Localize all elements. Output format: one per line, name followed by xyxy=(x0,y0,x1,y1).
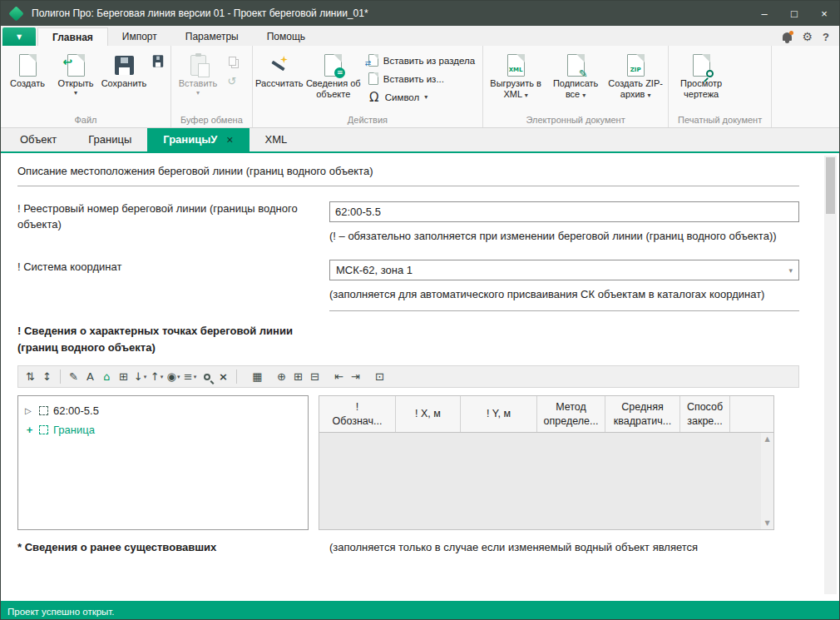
ribbon-tab-parametry[interactable]: Параметры xyxy=(171,27,253,46)
renumber-icon[interactable]: ⇅ xyxy=(22,368,38,385)
tab-content: Описание местоположения береговой линии … xyxy=(1,153,839,604)
ribbon-tab-pomoshch[interactable]: Помощь xyxy=(253,27,319,46)
reverse-order-icon[interactable]: ↕ xyxy=(39,368,55,385)
ribbon-group-edoc: XML Выгрузить в XML ▾ ✎ Подписать все ▾ … xyxy=(483,46,669,127)
first-row-icon[interactable]: ⇤ xyxy=(331,368,347,385)
previous-objects-section-label: * Сведения о ранее существовавших xyxy=(17,541,329,553)
tree-item-add-boundary[interactable]: + Граница xyxy=(25,420,301,439)
help-icon[interactable]: ? xyxy=(823,31,829,43)
last-row-icon[interactable]: ⇥ xyxy=(348,368,363,385)
notifications-bell-icon[interactable] xyxy=(783,32,792,41)
tree-expand-icon[interactable]: ▷ xyxy=(25,406,34,415)
delete-row-icon[interactable]: ⊟ xyxy=(307,368,323,385)
export-points-icon[interactable]: ↑▾ xyxy=(149,368,165,385)
points-section-label: ! Сведения о характерных точках берегово… xyxy=(17,323,329,355)
ribbon: Создать ↩ Открыть ▾ Сохранить Файл xyxy=(1,46,839,128)
save-icon xyxy=(115,52,134,78)
app-window: Полигон Про: Береговая линия версии 01 -… xyxy=(0,0,840,620)
ribbon-tab-import[interactable]: Импорт xyxy=(108,27,171,46)
paste-button[interactable]: Вставить ▾ xyxy=(174,48,222,114)
registry-number-input[interactable] xyxy=(329,201,799,222)
group-label-print: Печатный документ xyxy=(671,114,768,127)
drawing-preview-button[interactable]: Просмотр чертежа xyxy=(671,48,731,114)
tab-granitsy[interactable]: Границы xyxy=(72,128,147,151)
undo-button[interactable]: ↺ xyxy=(224,73,240,88)
copy-button[interactable] xyxy=(224,53,240,68)
object-info-button[interactable]: ≡ Сведения об объекте xyxy=(304,48,363,114)
convert-points-icon[interactable]: ◉▾ xyxy=(166,368,181,385)
status-message: Проект успешно открыт. xyxy=(7,607,115,617)
settings-gear-icon[interactable]: ⚙ xyxy=(802,31,813,42)
ribbon-tab-glavnaya[interactable]: Главная xyxy=(37,27,108,46)
symbol-button[interactable]: Ω Символ ▾ xyxy=(368,90,475,104)
sign-all-button[interactable]: ✎ Подписать все ▾ xyxy=(546,48,605,114)
group-label-file: Файл xyxy=(3,114,168,127)
coord-system-select[interactable]: МСК-62, зона 1 ▾ xyxy=(329,260,799,280)
column-y[interactable]: ! Y, м xyxy=(461,396,537,432)
ribbon-group-actions: Рассчитать ≡ Сведения об объекте ⇄ Встав… xyxy=(253,46,483,127)
tab-object[interactable]: Объект xyxy=(4,128,72,151)
import-points-icon[interactable]: ↓▾ xyxy=(132,368,148,385)
save-as-icon xyxy=(153,55,163,67)
previous-objects-hint: (заполняется только в случае если изменя… xyxy=(329,541,799,553)
maximize-button[interactable]: □ xyxy=(779,1,809,26)
main-scrollbar[interactable] xyxy=(824,156,837,594)
close-button[interactable]: × xyxy=(809,1,839,26)
column-fixation[interactable]: Способ закре... xyxy=(680,396,730,432)
edit-point-icon[interactable]: ✎ xyxy=(66,368,82,385)
dropdown-caret-icon: ▾ xyxy=(582,92,586,99)
calculate-button[interactable]: Рассчитать xyxy=(255,48,304,114)
home-point-icon[interactable]: ⌂ xyxy=(99,368,115,385)
export-xml-button[interactable]: XML Выгрузить в XML ▾ xyxy=(486,48,546,114)
window-title: Полигон Про: Береговая линия версии 01 -… xyxy=(32,7,749,19)
dropdown-caret-icon: ▾ xyxy=(647,92,650,99)
scroll-down-icon[interactable]: ▼ xyxy=(764,519,769,527)
ribbon-group-print: Просмотр чертежа Печатный документ xyxy=(669,46,772,127)
column-x[interactable]: ! X, м xyxy=(396,396,461,432)
column-designation[interactable]: ! Обознач... xyxy=(319,396,396,432)
open-button[interactable]: ↩ Открыть ▾ xyxy=(52,48,100,114)
drawing-preview-icon xyxy=(693,52,710,78)
insert-row-icon[interactable]: ⊞ xyxy=(290,368,306,385)
add-row-icon[interactable]: ⊕ xyxy=(274,368,289,385)
copy-points-icon[interactable]: ⊞ xyxy=(116,368,131,385)
window-controls: – □ × xyxy=(749,1,839,26)
tree-item-root[interactable]: ▷ 62:00-5.5 xyxy=(25,401,301,420)
tab-close-icon[interactable]: × xyxy=(226,134,233,146)
scroll-up-icon[interactable]: ▲ xyxy=(764,435,769,443)
xml-export-icon: XML xyxy=(507,52,525,78)
fit-table-icon[interactable]: ⊡ xyxy=(372,368,388,385)
dropdown-caret-icon: ▾ xyxy=(196,89,200,97)
table-mode-icon[interactable]: ▦ xyxy=(250,368,265,385)
points-table-body[interactable]: ▲ ▼ xyxy=(319,433,773,529)
toolbar-separator xyxy=(60,370,61,384)
minimize-button[interactable]: – xyxy=(749,1,779,26)
dropdown-caret-icon: ▾ xyxy=(525,92,528,99)
titlebar-tray: ⚙ ? xyxy=(783,27,839,46)
boundary-node-icon xyxy=(39,425,48,434)
insert-from-button[interactable]: Вставить из... xyxy=(368,72,475,86)
tab-granitsyu[interactable]: ГраницыУ × xyxy=(147,128,249,151)
column-rmse[interactable]: Средняя квадратич... xyxy=(605,396,680,432)
save-button[interactable]: Сохранить xyxy=(100,48,148,114)
status-bar: Проект успешно открыт. xyxy=(1,604,839,619)
delete-points-icon[interactable]: × xyxy=(215,368,231,385)
preview-catalog-icon[interactable] xyxy=(199,368,215,385)
title-bar: Полигон Про: Береговая линия версии 01 -… xyxy=(1,1,839,26)
copy-icon xyxy=(229,57,236,66)
main-scrollbar-thumb[interactable] xyxy=(826,157,835,214)
dropdown-caret-icon: ▾ xyxy=(424,93,427,101)
create-zip-button[interactable]: ZIP Создать ZIP-архив ▾ xyxy=(605,48,665,114)
main-menu-button[interactable]: ▼ xyxy=(2,27,36,46)
save-as-button[interactable] xyxy=(150,53,166,68)
table-scrollbar[interactable]: ▲ ▼ xyxy=(761,433,773,529)
new-document-icon xyxy=(19,52,37,78)
create-button[interactable]: Создать xyxy=(3,48,52,114)
tab-xml[interactable]: XML xyxy=(250,128,304,151)
column-method[interactable]: Метод определе... xyxy=(537,396,605,432)
zip-archive-icon: ZIP xyxy=(627,52,645,78)
find-point-icon[interactable]: А xyxy=(82,368,98,385)
points-menu-icon[interactable]: ≡▾ xyxy=(182,368,198,385)
insert-from-section-icon: ⇄ xyxy=(368,54,378,67)
insert-from-section-button[interactable]: ⇄ Вставить из раздела xyxy=(368,53,475,67)
